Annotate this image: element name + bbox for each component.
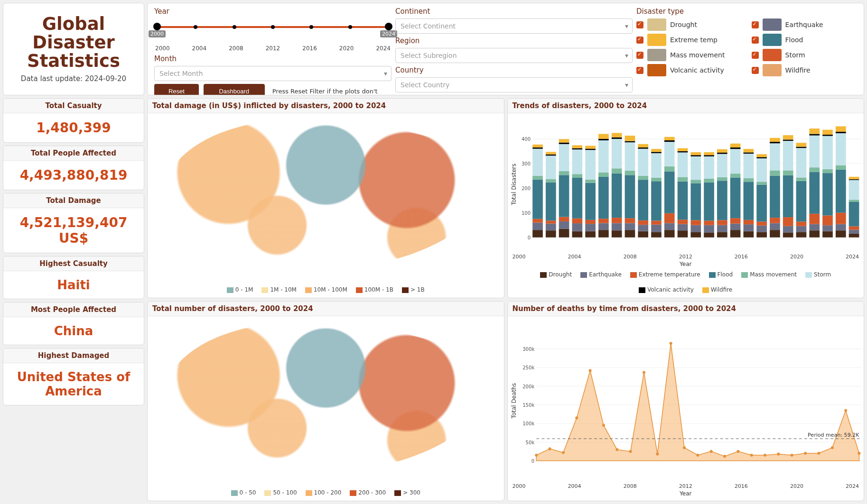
svg-rect-29 [559,175,569,217]
checkbox-icon[interactable] [636,21,643,28]
svg-rect-197 [835,170,846,213]
type-row-wildfire[interactable]: Wildfire [752,64,858,76]
region-select[interactable]: Select Subregion [395,48,633,63]
map-count-plot[interactable] [149,318,502,487]
svg-rect-40 [572,148,582,150]
svg-rect-190 [822,169,833,173]
checkbox-icon[interactable] [636,37,643,44]
svg-rect-183 [809,136,820,168]
svg-text:200k: 200k [522,384,534,389]
stat-damage-label: Total Damage [3,193,144,208]
type-row-storm[interactable]: Storm [752,49,858,61]
svg-rect-196 [835,213,846,224]
checkbox-icon[interactable] [636,67,643,74]
svg-rect-61 [611,174,622,218]
svg-point-244 [804,452,807,455]
type-row-flood[interactable]: Flood [752,34,858,46]
month-select[interactable]: Select Month [154,66,392,81]
region-label: Region [395,37,633,45]
year-slider[interactable]: 2000 2024 [157,21,389,35]
year-handle-from[interactable]: 2000 [153,23,161,30]
stat-hi-aff-value: China [3,317,144,345]
type-label: Flood [785,36,803,44]
svg-rect-203 [848,230,859,234]
svg-rect-41 [572,145,582,148]
checkbox-icon[interactable] [752,21,759,28]
trends-plot[interactable]: 0100200300400 [518,115,862,254]
type-row-earthquake[interactable]: Earthquake [752,18,858,31]
type-row-mass-movement[interactable]: Mass movement [636,49,742,61]
checkbox-icon[interactable] [752,52,759,59]
svg-rect-96 [664,140,674,142]
type-row-extreme-temp[interactable]: Extreme temp [636,34,742,46]
stat-casualty-label: Total Casualty [3,99,144,113]
svg-rect-159 [770,143,780,170]
svg-rect-138 [743,231,754,238]
svg-rect-173 [796,181,806,222]
svg-text:Period mean: 59.2K: Period mean: 59.2K [808,432,859,438]
checkbox-icon[interactable] [752,67,759,74]
type-row-drought[interactable]: Drought [636,18,742,31]
svg-rect-128 [717,153,727,154]
svg-rect-94 [664,166,674,171]
stat-damage-value: 4,521,139,407 US$ [3,208,144,253]
svg-text:0: 0 [527,235,530,240]
svg-rect-52 [598,219,609,223]
type-thumb [647,64,666,76]
svg-rect-47 [585,150,596,179]
svg-rect-158 [770,170,780,175]
chart-deaths-title: Number of deaths by time from disasters,… [508,302,864,316]
country-select[interactable]: Select Country [395,77,633,92]
svg-point-233 [656,453,659,456]
svg-rect-72 [625,141,635,143]
svg-rect-151 [756,158,767,182]
svg-rect-68 [625,218,635,223]
country-label: Country [395,66,633,74]
svg-rect-63 [611,139,622,168]
svg-rect-112 [690,155,701,156]
svg-rect-26 [559,229,569,238]
svg-rect-65 [611,133,622,137]
svg-rect-116 [704,220,714,225]
svg-rect-56 [598,139,609,140]
stat-casualty: Total Casualty 1,480,399 [3,98,144,143]
svg-rect-167 [783,141,793,170]
svg-rect-97 [664,137,674,140]
svg-rect-206 [848,200,859,202]
type-thumb [763,34,782,46]
svg-rect-24 [545,155,556,156]
month-label: Month [154,55,392,63]
map-damage-plot[interactable] [149,115,502,284]
guide-button[interactable]: Dashboard Guide [204,84,265,95]
svg-rect-156 [770,218,780,223]
svg-rect-18 [545,230,556,238]
svg-text:400: 400 [521,137,530,142]
svg-rect-67 [625,223,635,230]
continent-select[interactable]: Select Continent [395,18,633,34]
type-row-volcanic-activity[interactable]: Volcanic activity [636,64,742,76]
svg-rect-191 [822,136,833,169]
svg-rect-162 [783,232,793,237]
svg-rect-205 [848,202,859,226]
svg-rect-192 [822,135,833,136]
svg-rect-93 [664,171,674,213]
svg-rect-48 [585,149,596,150]
svg-rect-58 [611,230,622,238]
checkbox-icon[interactable] [752,37,759,44]
controls-col-geo: Continent Select Continent Region Select… [395,7,633,95]
year-handle-to[interactable]: 2024 [385,23,392,30]
svg-point-234 [669,342,672,345]
checkbox-icon[interactable] [636,52,643,59]
svg-rect-135 [730,149,740,174]
svg-rect-32 [559,143,569,144]
reset-button[interactable]: Reset Filter [154,84,199,95]
svg-rect-91 [664,223,674,230]
svg-rect-155 [770,223,780,230]
type-label: Drought [670,21,697,28]
svg-rect-127 [717,154,727,177]
chart-trends-title: Trends of disasters, 2000 to 2024 [508,99,864,113]
svg-rect-149 [756,185,767,222]
svg-rect-201 [835,126,846,131]
deaths-plot[interactable]: 050k100k150k200k250k300kPeriod mean: 59.… [518,318,862,483]
svg-text:50k: 50k [525,440,534,445]
